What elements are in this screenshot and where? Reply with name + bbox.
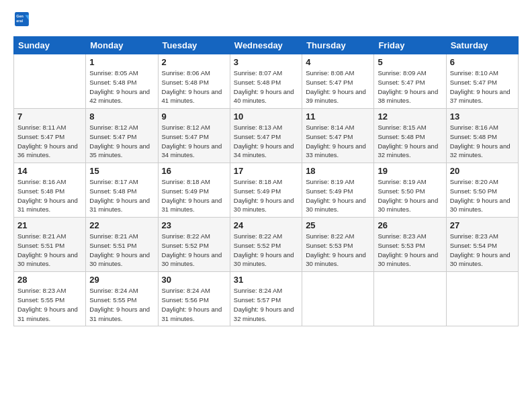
day-number: 28 [17, 275, 82, 285]
calendar-cell: 17Sunrise: 8:18 AMSunset: 5:49 PMDayligh… [230, 163, 302, 218]
day-number: 26 [378, 220, 442, 230]
day-number: 17 [234, 166, 298, 176]
calendar-table: SundayMondayTuesdayWednesdayThursdayFrid… [13, 36, 519, 326]
weekday-header-row: SundayMondayTuesdayWednesdayThursdayFrid… [14, 37, 519, 54]
day-number: 27 [450, 220, 515, 230]
day-info: Sunrise: 8:17 AMSunset: 5:48 PMDaylight:… [89, 177, 154, 214]
logo: Gen eral [13, 12, 32, 30]
day-number: 1 [89, 57, 154, 67]
day-number: 13 [450, 111, 515, 122]
day-info: Sunrise: 8:14 AMSunset: 5:47 PMDaylight:… [306, 123, 370, 160]
day-info: Sunrise: 8:18 AMSunset: 5:49 PMDaylight:… [162, 177, 226, 214]
calendar-week-row: 7Sunrise: 8:11 AMSunset: 5:47 PMDaylight… [14, 109, 519, 163]
day-info: Sunrise: 8:16 AMSunset: 5:48 PMDaylight:… [17, 177, 82, 214]
day-number: 12 [378, 111, 442, 122]
day-number: 7 [17, 111, 82, 122]
day-number: 18 [306, 166, 370, 176]
day-info: Sunrise: 8:23 AMSunset: 5:54 PMDaylight:… [450, 232, 515, 269]
calendar-cell: 24Sunrise: 8:22 AMSunset: 5:52 PMDayligh… [230, 218, 302, 272]
weekday-header-cell: Saturday [446, 37, 518, 54]
calendar-cell: 2Sunrise: 8:06 AMSunset: 5:48 PMDaylight… [158, 54, 230, 109]
day-info: Sunrise: 8:07 AMSunset: 5:48 PMDaylight:… [234, 68, 298, 105]
weekday-header-cell: Tuesday [158, 37, 230, 54]
calendar-cell: 5Sunrise: 8:09 AMSunset: 5:47 PMDaylight… [374, 54, 446, 109]
day-info: Sunrise: 8:19 AMSunset: 5:50 PMDaylight:… [378, 177, 442, 214]
calendar-cell [14, 54, 86, 109]
calendar-cell: 14Sunrise: 8:16 AMSunset: 5:48 PMDayligh… [14, 163, 86, 218]
calendar-cell: 22Sunrise: 8:21 AMSunset: 5:51 PMDayligh… [86, 218, 158, 272]
day-info: Sunrise: 8:16 AMSunset: 5:48 PMDaylight:… [450, 123, 515, 160]
header: Gen eral [13, 12, 519, 30]
day-info: Sunrise: 8:24 AMSunset: 5:56 PMDaylight:… [162, 286, 226, 323]
day-number: 31 [234, 275, 298, 285]
calendar-cell: 7Sunrise: 8:11 AMSunset: 5:47 PMDaylight… [14, 109, 86, 163]
day-info: Sunrise: 8:15 AMSunset: 5:48 PMDaylight:… [378, 123, 442, 160]
logo-icon: Gen eral [15, 12, 30, 27]
day-info: Sunrise: 8:09 AMSunset: 5:47 PMDaylight:… [378, 68, 442, 105]
calendar-cell: 29Sunrise: 8:24 AMSunset: 5:55 PMDayligh… [86, 272, 158, 326]
svg-text:Gen: Gen [16, 14, 24, 18]
day-info: Sunrise: 8:23 AMSunset: 5:53 PMDaylight:… [378, 232, 442, 269]
day-number: 24 [234, 220, 298, 230]
day-info: Sunrise: 8:11 AMSunset: 5:47 PMDaylight:… [17, 123, 82, 160]
calendar-cell: 3Sunrise: 8:07 AMSunset: 5:48 PMDaylight… [230, 54, 302, 109]
day-number: 11 [306, 111, 370, 122]
day-info: Sunrise: 8:19 AMSunset: 5:49 PMDaylight:… [306, 177, 370, 214]
day-info: Sunrise: 8:20 AMSunset: 5:50 PMDaylight:… [450, 177, 515, 214]
page: Gen eral SundayMondayTuesdayWednesdayThu… [0, 0, 532, 411]
weekday-header-cell: Thursday [302, 37, 374, 54]
day-info: Sunrise: 8:06 AMSunset: 5:48 PMDaylight:… [162, 68, 226, 105]
day-info: Sunrise: 8:24 AMSunset: 5:57 PMDaylight:… [234, 286, 298, 323]
calendar-cell: 6Sunrise: 8:10 AMSunset: 5:47 PMDaylight… [446, 54, 518, 109]
calendar-cell: 1Sunrise: 8:05 AMSunset: 5:48 PMDaylight… [86, 54, 158, 109]
calendar-cell: 26Sunrise: 8:23 AMSunset: 5:53 PMDayligh… [374, 218, 446, 272]
day-number: 21 [17, 220, 82, 230]
day-number: 5 [378, 57, 442, 67]
day-info: Sunrise: 8:13 AMSunset: 5:47 PMDaylight:… [234, 123, 298, 160]
day-info: Sunrise: 8:18 AMSunset: 5:49 PMDaylight:… [234, 177, 298, 214]
calendar-cell: 28Sunrise: 8:23 AMSunset: 5:55 PMDayligh… [14, 272, 86, 326]
day-info: Sunrise: 8:08 AMSunset: 5:47 PMDaylight:… [306, 68, 370, 105]
calendar-cell: 12Sunrise: 8:15 AMSunset: 5:48 PMDayligh… [374, 109, 446, 163]
calendar-cell: 13Sunrise: 8:16 AMSunset: 5:48 PMDayligh… [446, 109, 518, 163]
weekday-header-cell: Friday [374, 37, 446, 54]
calendar-week-row: 21Sunrise: 8:21 AMSunset: 5:51 PMDayligh… [14, 218, 519, 272]
calendar-cell [374, 272, 446, 326]
day-number: 6 [450, 57, 515, 67]
calendar-cell: 30Sunrise: 8:24 AMSunset: 5:56 PMDayligh… [158, 272, 230, 326]
calendar-cell [302, 272, 374, 326]
day-number: 25 [306, 220, 370, 230]
day-number: 29 [89, 275, 154, 285]
calendar-cell: 25Sunrise: 8:22 AMSunset: 5:53 PMDayligh… [302, 218, 374, 272]
calendar-cell: 9Sunrise: 8:12 AMSunset: 5:47 PMDaylight… [158, 109, 230, 163]
calendar-cell: 15Sunrise: 8:17 AMSunset: 5:48 PMDayligh… [86, 163, 158, 218]
day-info: Sunrise: 8:21 AMSunset: 5:51 PMDaylight:… [17, 232, 82, 269]
calendar-cell: 10Sunrise: 8:13 AMSunset: 5:47 PMDayligh… [230, 109, 302, 163]
calendar-cell [446, 272, 518, 326]
calendar-week-row: 1Sunrise: 8:05 AMSunset: 5:48 PMDaylight… [14, 54, 519, 109]
calendar-cell: 19Sunrise: 8:19 AMSunset: 5:50 PMDayligh… [374, 163, 446, 218]
day-info: Sunrise: 8:22 AMSunset: 5:52 PMDaylight:… [234, 232, 298, 269]
weekday-header-cell: Monday [86, 37, 158, 54]
day-number: 30 [162, 275, 226, 285]
day-number: 16 [162, 166, 226, 176]
day-info: Sunrise: 8:05 AMSunset: 5:48 PMDaylight:… [89, 68, 154, 105]
day-number: 14 [17, 166, 82, 176]
calendar-cell: 20Sunrise: 8:20 AMSunset: 5:50 PMDayligh… [446, 163, 518, 218]
calendar-cell: 18Sunrise: 8:19 AMSunset: 5:49 PMDayligh… [302, 163, 374, 218]
calendar-week-row: 28Sunrise: 8:23 AMSunset: 5:55 PMDayligh… [14, 272, 519, 326]
day-number: 8 [89, 111, 154, 122]
day-info: Sunrise: 8:22 AMSunset: 5:53 PMDaylight:… [306, 232, 370, 269]
calendar-cell: 31Sunrise: 8:24 AMSunset: 5:57 PMDayligh… [230, 272, 302, 326]
day-number: 2 [162, 57, 226, 67]
calendar-week-row: 14Sunrise: 8:16 AMSunset: 5:48 PMDayligh… [14, 163, 519, 218]
day-number: 3 [234, 57, 298, 67]
day-number: 4 [306, 57, 370, 67]
day-info: Sunrise: 8:23 AMSunset: 5:55 PMDaylight:… [17, 286, 82, 323]
calendar-cell: 4Sunrise: 8:08 AMSunset: 5:47 PMDaylight… [302, 54, 374, 109]
day-number: 22 [89, 220, 154, 230]
day-info: Sunrise: 8:22 AMSunset: 5:52 PMDaylight:… [162, 232, 226, 269]
day-info: Sunrise: 8:21 AMSunset: 5:51 PMDaylight:… [89, 232, 154, 269]
calendar-body: 1Sunrise: 8:05 AMSunset: 5:48 PMDaylight… [14, 54, 519, 326]
day-number: 23 [162, 220, 226, 230]
